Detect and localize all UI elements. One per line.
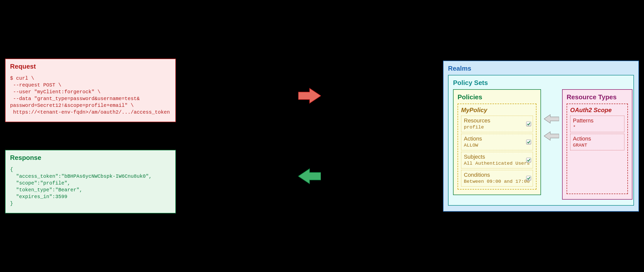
rt-section-actions: Actions GRANT — [570, 134, 624, 150]
policy-resources-label: Resources — [464, 117, 530, 124]
rt-actions-label: Actions — [573, 135, 622, 142]
policy-conditions-label: Conditions — [464, 172, 530, 178]
svg-marker-3 — [544, 132, 559, 140]
resource-types-box: Resource Types OAuth2 Scope Patterns * A… — [562, 89, 632, 200]
policy-section-actions: Actions ALLOW — [461, 134, 533, 150]
policy-section-subjects: Subjects All Authenticated Users — [461, 152, 533, 168]
check-icon — [526, 140, 531, 145]
oauth2-scope-box: OAuth2 Scope Patterns * Actions GRANT — [567, 104, 628, 194]
policies-box: Policies MyPolicy Resources profile Acti… — [453, 89, 541, 195]
connector-arrow-icon — [544, 114, 559, 124]
svg-marker-2 — [544, 115, 559, 123]
check-icon — [526, 158, 531, 163]
realms-title: Realms — [448, 65, 634, 72]
mypolicy-title: MyPolicy — [461, 107, 533, 114]
policy-section-resources: Resources profile — [461, 116, 533, 132]
connector-arrow-icon — [544, 131, 559, 141]
arrow-column — [298, 87, 321, 185]
check-icon — [526, 176, 531, 181]
check-icon — [526, 121, 531, 126]
svg-marker-1 — [298, 169, 321, 184]
arrow-left-icon — [298, 167, 321, 185]
policy-section-conditions: Conditions Between 09:00 and 17:00 — [461, 170, 533, 187]
request-title: Request — [10, 63, 171, 70]
rt-patterns-value: * — [573, 124, 622, 130]
policy-subjects-label: Subjects — [464, 154, 530, 160]
realms-box: Realms Policy Sets Policies MyPolicy Res… — [443, 61, 639, 212]
left-column: Request $ curl \ --request POST \ --user… — [5, 59, 176, 213]
policy-conditions-value: Between 09:00 and 17:00 — [464, 179, 530, 184]
policy-actions-value: ALLOW — [464, 143, 530, 148]
connector-arrows — [544, 89, 559, 141]
rt-patterns-label: Patterns — [573, 117, 622, 124]
arrow-right-icon — [298, 87, 321, 105]
policy-subjects-value: All Authenticated Users — [464, 161, 530, 166]
resource-types-title: Resource Types — [567, 93, 628, 101]
mypolicy-box: MyPolicy Resources profile Actions ALLOW… — [458, 104, 536, 190]
policy-sets-box: Policy Sets Policies MyPolicy Resources … — [448, 75, 634, 206]
rt-section-patterns: Patterns * — [570, 116, 624, 132]
oauth2-scope-title: OAuth2 Scope — [570, 107, 624, 114]
policies-title: Policies — [458, 93, 536, 101]
policy-sets-row: Policies MyPolicy Resources profile Acti… — [453, 89, 629, 200]
svg-marker-0 — [298, 88, 321, 103]
response-box: Response { "access_token":"bBHPAs6ycNWCb… — [5, 150, 176, 213]
request-box: Request $ curl \ --request POST \ --user… — [5, 59, 176, 122]
response-title: Response — [10, 154, 171, 162]
policy-resources-value: profile — [464, 124, 530, 130]
response-code: { "access_token":"bBHPAs6ycNWCbspk-IW6Cn… — [10, 166, 171, 207]
rt-actions-value: GRANT — [573, 143, 622, 148]
policy-sets-title: Policy Sets — [453, 79, 629, 87]
policy-actions-label: Actions — [464, 135, 530, 142]
request-code: $ curl \ --request POST \ --user "myClie… — [10, 75, 171, 116]
